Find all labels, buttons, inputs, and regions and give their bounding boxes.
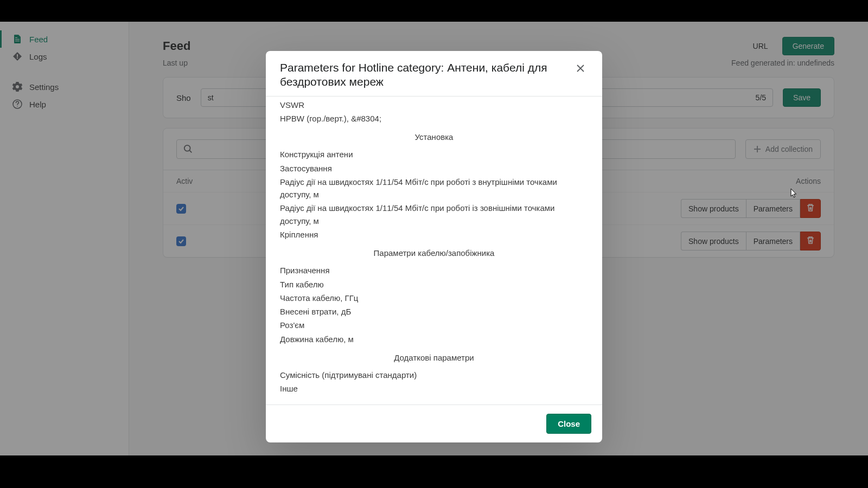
param-group-title: Параметри кабелю/запобіжника: [280, 241, 588, 264]
param-item: Радіус дії на швидкостях 1/11/54 Мбіт/с …: [280, 201, 588, 228]
param-group-title: Фізичні параметри: [280, 396, 588, 405]
param-item: Кріплення: [280, 228, 588, 241]
param-item: Частота кабелю, ГГц: [280, 291, 588, 305]
param-item: Роз'єм: [280, 318, 588, 332]
modal-close-button[interactable]: [573, 61, 588, 76]
param-item: Інше: [280, 382, 588, 395]
param-group-title: Установка: [280, 125, 588, 147]
param-item: Сумісність (підтримувані стандарти): [280, 368, 588, 382]
param-group-title: Додаткові параметри: [280, 346, 588, 368]
param-item: HPBW (гор./верт.), &#8304;: [280, 112, 588, 125]
param-item: Конструкція антени: [280, 147, 588, 161]
param-item: Застосування: [280, 162, 588, 175]
param-item: Внесені втрати, дБ: [280, 305, 588, 318]
param-item: Довжина кабелю, м: [280, 332, 588, 346]
modal-body[interactable]: VSWR HPBW (гор./верт.), &#8304; Установк…: [266, 96, 602, 405]
param-item: Радіус дії на швидкостях 1/11/54 Мбіт/с …: [280, 175, 588, 202]
modal-overlay[interactable]: Parameters for Hotline category: Антени,…: [0, 22, 868, 455]
modal-title: Parameters for Hotline category: Антени,…: [280, 61, 560, 89]
param-item: VSWR: [280, 98, 588, 112]
parameters-modal: Parameters for Hotline category: Антени,…: [266, 51, 602, 442]
close-button[interactable]: Close: [546, 414, 591, 434]
param-item: Призначення: [280, 264, 588, 277]
close-icon: [575, 63, 586, 74]
param-item: Тип кабелю: [280, 278, 588, 291]
